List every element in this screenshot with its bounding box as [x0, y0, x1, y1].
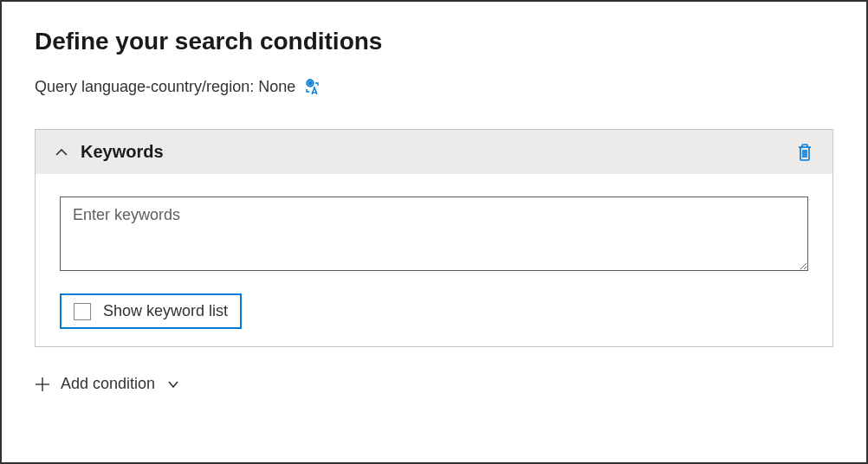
condition-title: Keywords: [81, 142, 164, 162]
keywords-condition-card: Keywords Show keyword list: [35, 129, 833, 347]
add-condition-button[interactable]: Add condition: [35, 371, 179, 396]
show-keyword-list-container[interactable]: Show keyword list: [60, 293, 242, 329]
query-language-label: Query language-country/region: None: [35, 78, 295, 96]
trash-icon[interactable]: [796, 143, 813, 162]
condition-header: Keywords: [36, 130, 832, 174]
query-language-row: Query language-country/region: None: [35, 78, 833, 96]
chevron-up-icon[interactable]: [55, 147, 68, 158]
translate-icon[interactable]: [304, 79, 321, 96]
show-keyword-list-checkbox[interactable]: [74, 303, 91, 320]
plus-icon: [35, 377, 50, 392]
condition-body: Show keyword list: [36, 174, 832, 346]
chevron-down-icon: [167, 380, 179, 389]
add-condition-label: Add condition: [61, 375, 155, 393]
keywords-input[interactable]: [60, 197, 808, 271]
show-keyword-list-label[interactable]: Show keyword list: [103, 302, 228, 320]
page-title: Define your search conditions: [35, 28, 833, 55]
